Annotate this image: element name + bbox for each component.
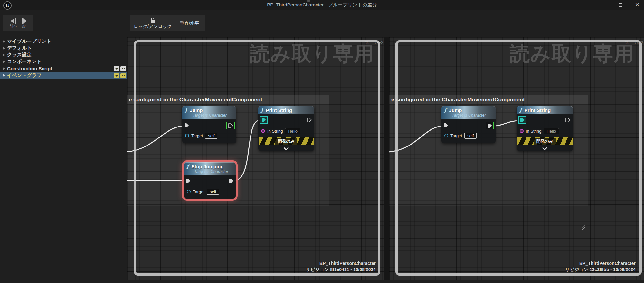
comment-title: e configured in the CharacterMovementCom… bbox=[389, 95, 588, 104]
read-only-watermark: 読み取り専用 bbox=[510, 40, 634, 67]
read-only-watermark: 読み取り専用 bbox=[250, 40, 374, 67]
diff-nav-block: 前へ 次 bbox=[3, 15, 33, 31]
minimize-button[interactable]: ─ bbox=[600, 1, 607, 8]
window-controls: ─ × bbox=[600, 0, 641, 10]
diff-badge-icon[interactable] bbox=[114, 66, 119, 71]
expand-chevron-icon[interactable] bbox=[542, 146, 547, 151]
exec-in-pin-diff-highlight[interactable] bbox=[260, 116, 268, 124]
exec-out-pin[interactable] bbox=[307, 118, 312, 122]
node-print-string[interactable]: ƒPrint String In String Hello 開発のみ bbox=[517, 106, 573, 151]
chevron-right-icon bbox=[3, 60, 5, 63]
window-title: BP_ThirdPersonCharacter - ブループリントの差分 bbox=[0, 0, 644, 10]
exec-in-pin[interactable] bbox=[184, 123, 189, 128]
target-value-input[interactable]: self bbox=[464, 133, 477, 139]
resize-grip[interactable] bbox=[580, 225, 585, 230]
chevron-right-icon bbox=[3, 47, 5, 50]
close-button[interactable]: × bbox=[634, 1, 641, 8]
sidebar-item-components[interactable]: コンポーネント bbox=[0, 58, 127, 65]
sidebar-item-defaults[interactable]: デフォルト bbox=[0, 45, 127, 52]
title-bar: U BP_ThirdPersonCharacter - ブループリントの差分 ─… bbox=[0, 0, 644, 10]
lock-unlock-button[interactable]: ロック/アンロック bbox=[130, 15, 176, 31]
restore-button[interactable] bbox=[617, 1, 624, 8]
diff-badge-icon[interactable] bbox=[120, 66, 126, 71]
exec-out-pin[interactable] bbox=[565, 118, 570, 122]
diff-badge-icon[interactable] bbox=[114, 73, 119, 78]
exec-out-pin[interactable] bbox=[229, 178, 234, 183]
sidebar-item-my-blueprint[interactable]: マイブループリント bbox=[0, 38, 127, 45]
node-jump[interactable]: ƒJump Target is Character Target self bbox=[182, 106, 236, 143]
panel-splitter[interactable] bbox=[384, 37, 389, 280]
lock-icon bbox=[151, 20, 155, 23]
target-object-pin[interactable] bbox=[187, 190, 191, 193]
graph-panel-new-revision[interactable]: 読み取り専用 ズーム-2 e configured in the Charact… bbox=[389, 37, 644, 280]
diff-badges bbox=[114, 73, 126, 78]
node-jump[interactable]: ƒJump Target is Character Target self bbox=[441, 106, 496, 143]
node-header: ƒStop Jumping Target is Character bbox=[184, 162, 236, 175]
node-header: ƒPrint String bbox=[517, 106, 573, 114]
in-string-value-input[interactable]: Hello bbox=[544, 128, 559, 134]
node-header: ƒJump Target is Character bbox=[441, 106, 496, 119]
restore-icon bbox=[619, 3, 622, 7]
next-icon bbox=[21, 18, 27, 24]
prev-icon bbox=[11, 18, 16, 24]
development-only-banner: 開発のみ bbox=[259, 137, 314, 145]
exec-in-pin-diff-highlight[interactable] bbox=[518, 116, 526, 124]
prev-diff-button[interactable]: 前へ bbox=[9, 18, 18, 28]
zoom-level-label: ズーム-2 bbox=[365, 40, 384, 46]
exec-in-pin[interactable] bbox=[186, 178, 191, 183]
revision-footer: BP_ThirdPersonCharacter リビジョン 8f1e0431 -… bbox=[306, 260, 376, 273]
sidebar-item-event-graph[interactable]: イベントグラフ bbox=[0, 72, 127, 79]
revision-footer: BP_ThirdPersonCharacter リビジョン 12c28fbb -… bbox=[565, 260, 636, 273]
resize-grip[interactable] bbox=[321, 225, 326, 230]
diff-badge-icon[interactable] bbox=[120, 73, 126, 78]
node-print-string[interactable]: ƒPrint String In String Hello 開発のみ bbox=[258, 106, 314, 151]
diff-badges bbox=[114, 66, 126, 71]
next-diff-button[interactable]: 次 bbox=[21, 18, 27, 28]
target-object-pin[interactable] bbox=[444, 134, 448, 137]
graph-panel-old-revision[interactable]: 読み取り専用 ズーム-2 e configured in the Charact… bbox=[127, 37, 384, 280]
sidebar-item-construction-script[interactable]: Construction Script bbox=[0, 65, 127, 72]
development-only-banner: 開発のみ bbox=[517, 137, 573, 145]
in-string-pin[interactable] bbox=[520, 129, 524, 133]
chevron-right-icon bbox=[3, 74, 5, 77]
node-header: ƒPrint String bbox=[258, 106, 314, 114]
sidebar-item-class-settings[interactable]: クラス設定 bbox=[0, 52, 127, 58]
target-object-pin[interactable] bbox=[185, 134, 189, 137]
diff-graphs: 読み取り専用 ズーム-2 e configured in the Charact… bbox=[127, 37, 644, 280]
diff-toolbar: ロック/アンロック 垂直/水平 bbox=[130, 15, 205, 31]
diff-tree-sidebar: マイブループリント デフォルト クラス設定 コンポーネント Constructi… bbox=[0, 38, 127, 79]
chevron-right-icon bbox=[3, 67, 5, 70]
chevron-right-icon bbox=[3, 53, 5, 57]
in-string-pin[interactable] bbox=[261, 129, 265, 133]
exec-in-pin[interactable] bbox=[443, 123, 448, 128]
node-header: ƒJump Target is Character bbox=[182, 106, 236, 119]
target-value-input[interactable]: self bbox=[205, 133, 217, 139]
orientation-toggle-button[interactable]: 垂直/水平 bbox=[176, 15, 203, 31]
in-string-value-input[interactable]: Hello bbox=[285, 128, 300, 134]
chevron-right-icon bbox=[3, 40, 5, 43]
exec-out-pin-diff-highlight[interactable] bbox=[486, 122, 494, 129]
zoom-level-label: ズーム-2 bbox=[624, 40, 643, 46]
expand-chevron-icon[interactable] bbox=[284, 146, 289, 151]
target-value-input[interactable]: self bbox=[207, 189, 219, 195]
node-stop-jumping[interactable]: ƒStop Jumping Target is Character Target… bbox=[184, 162, 236, 199]
blueprint-diff-window: U BP_ThirdPersonCharacter - ブループリントの差分 ─… bbox=[0, 0, 644, 283]
comment-title: e configured in the CharacterMovementCom… bbox=[127, 95, 329, 104]
exec-out-pin-diff-highlight[interactable] bbox=[226, 122, 235, 129]
